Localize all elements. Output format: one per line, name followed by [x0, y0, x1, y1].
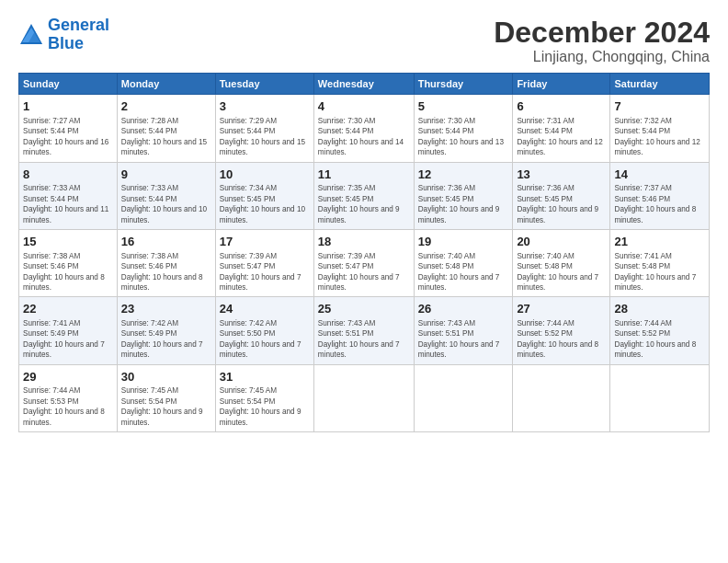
- day-info: Sunrise: 7:45 AMSunset: 5:54 PMDaylight:…: [220, 386, 301, 426]
- day-number: 31: [220, 369, 310, 385]
- header-wednesday: Wednesday: [313, 74, 414, 95]
- day-number: 10: [220, 167, 310, 183]
- header-friday: Friday: [513, 74, 610, 95]
- table-cell: 1Sunrise: 7:27 AMSunset: 5:44 PMDaylight…: [19, 95, 118, 162]
- day-info: Sunrise: 7:33 AMSunset: 5:44 PMDaylight:…: [121, 184, 207, 224]
- table-cell: 18Sunrise: 7:39 AMSunset: 5:47 PMDayligh…: [313, 230, 414, 297]
- table-cell: 27Sunrise: 7:44 AMSunset: 5:52 PMDayligh…: [513, 297, 610, 364]
- day-number: 26: [418, 301, 509, 317]
- week-row-1: 1Sunrise: 7:27 AMSunset: 5:44 PMDaylight…: [19, 95, 710, 162]
- calendar-subtitle: Linjiang, Chongqing, China: [494, 49, 710, 65]
- day-number: 11: [318, 167, 410, 183]
- day-number: 2: [121, 98, 211, 115]
- day-number: 14: [614, 167, 705, 183]
- header-saturday: Saturday: [610, 74, 710, 95]
- table-cell: 17Sunrise: 7:39 AMSunset: 5:47 PMDayligh…: [215, 230, 313, 297]
- weekday-header-row: Sunday Monday Tuesday Wednesday Thursday…: [19, 74, 710, 95]
- table-cell: 24Sunrise: 7:42 AMSunset: 5:50 PMDayligh…: [215, 297, 313, 364]
- day-number: 20: [517, 234, 606, 250]
- header: General Blue December 2024 Linjiang, Cho…: [18, 17, 710, 65]
- day-info: Sunrise: 7:28 AMSunset: 5:44 PMDaylight:…: [121, 117, 207, 156]
- day-number: 15: [23, 234, 113, 250]
- table-cell: 30Sunrise: 7:45 AMSunset: 5:54 PMDayligh…: [117, 364, 215, 431]
- day-info: Sunrise: 7:44 AMSunset: 5:53 PMDaylight:…: [23, 386, 105, 426]
- day-number: 22: [23, 301, 113, 317]
- header-monday: Monday: [117, 74, 215, 95]
- table-cell: 7Sunrise: 7:32 AMSunset: 5:44 PMDaylight…: [610, 95, 710, 162]
- day-info: Sunrise: 7:39 AMSunset: 5:47 PMDaylight:…: [220, 252, 301, 292]
- day-number: 25: [318, 301, 410, 317]
- table-cell: 28Sunrise: 7:44 AMSunset: 5:52 PMDayligh…: [610, 297, 710, 364]
- day-number: 9: [121, 167, 211, 183]
- table-cell: 14Sunrise: 7:37 AMSunset: 5:46 PMDayligh…: [610, 162, 710, 229]
- day-info: Sunrise: 7:44 AMSunset: 5:52 PMDaylight:…: [614, 319, 696, 359]
- day-number: 30: [121, 369, 211, 385]
- table-cell: 3Sunrise: 7:29 AMSunset: 5:44 PMDaylight…: [215, 95, 313, 162]
- week-row-4: 22Sunrise: 7:41 AMSunset: 5:49 PMDayligh…: [19, 297, 710, 364]
- day-number: 3: [220, 98, 310, 115]
- page: General Blue December 2024 Linjiang, Cho…: [0, 0, 728, 563]
- logo-line1: General: [48, 16, 109, 34]
- table-cell: [513, 364, 610, 431]
- day-info: Sunrise: 7:43 AMSunset: 5:51 PMDaylight:…: [318, 319, 400, 359]
- table-cell: 2Sunrise: 7:28 AMSunset: 5:44 PMDaylight…: [117, 95, 215, 162]
- table-cell: 13Sunrise: 7:36 AMSunset: 5:45 PMDayligh…: [513, 162, 610, 229]
- table-cell: 12Sunrise: 7:36 AMSunset: 5:45 PMDayligh…: [414, 162, 513, 229]
- table-cell: 4Sunrise: 7:30 AMSunset: 5:44 PMDaylight…: [313, 95, 414, 162]
- table-cell: 23Sunrise: 7:42 AMSunset: 5:49 PMDayligh…: [117, 297, 215, 364]
- day-info: Sunrise: 7:40 AMSunset: 5:48 PMDaylight:…: [418, 252, 500, 292]
- day-number: 7: [614, 98, 705, 115]
- day-number: 6: [517, 98, 606, 115]
- table-cell: [414, 364, 513, 431]
- table-cell: 19Sunrise: 7:40 AMSunset: 5:48 PMDayligh…: [414, 230, 513, 297]
- day-info: Sunrise: 7:30 AMSunset: 5:44 PMDaylight:…: [318, 117, 404, 156]
- day-info: Sunrise: 7:33 AMSunset: 5:44 PMDaylight:…: [23, 184, 108, 224]
- day-number: 16: [121, 234, 211, 250]
- header-thursday: Thursday: [414, 74, 513, 95]
- table-cell: 8Sunrise: 7:33 AMSunset: 5:44 PMDaylight…: [19, 162, 118, 229]
- day-info: Sunrise: 7:38 AMSunset: 5:46 PMDaylight:…: [23, 252, 105, 292]
- day-number: 23: [121, 301, 211, 317]
- day-info: Sunrise: 7:44 AMSunset: 5:52 PMDaylight:…: [517, 319, 598, 359]
- logo-line2: Blue: [48, 34, 84, 52]
- day-info: Sunrise: 7:39 AMSunset: 5:47 PMDaylight:…: [318, 252, 400, 292]
- day-info: Sunrise: 7:45 AMSunset: 5:54 PMDaylight:…: [121, 386, 203, 426]
- day-info: Sunrise: 7:40 AMSunset: 5:48 PMDaylight:…: [517, 252, 598, 292]
- calendar-title: December 2024: [494, 17, 710, 49]
- day-info: Sunrise: 7:38 AMSunset: 5:46 PMDaylight:…: [121, 252, 203, 292]
- day-number: 29: [23, 369, 113, 385]
- header-tuesday: Tuesday: [215, 74, 313, 95]
- table-cell: 29Sunrise: 7:44 AMSunset: 5:53 PMDayligh…: [19, 364, 118, 431]
- table-cell: 16Sunrise: 7:38 AMSunset: 5:46 PMDayligh…: [117, 230, 215, 297]
- table-cell: 5Sunrise: 7:30 AMSunset: 5:44 PMDaylight…: [414, 95, 513, 162]
- day-info: Sunrise: 7:43 AMSunset: 5:51 PMDaylight:…: [418, 319, 500, 359]
- day-info: Sunrise: 7:41 AMSunset: 5:49 PMDaylight:…: [23, 319, 105, 359]
- day-number: 19: [418, 234, 509, 250]
- title-block: December 2024 Linjiang, Chongqing, China: [494, 17, 710, 65]
- day-info: Sunrise: 7:27 AMSunset: 5:44 PMDaylight:…: [23, 117, 108, 156]
- day-info: Sunrise: 7:29 AMSunset: 5:44 PMDaylight:…: [220, 117, 305, 156]
- table-cell: [610, 364, 710, 431]
- logo-icon: [18, 22, 44, 48]
- day-number: 5: [418, 98, 509, 115]
- day-info: Sunrise: 7:32 AMSunset: 5:44 PMDaylight:…: [614, 117, 700, 156]
- table-cell: 26Sunrise: 7:43 AMSunset: 5:51 PMDayligh…: [414, 297, 513, 364]
- day-info: Sunrise: 7:41 AMSunset: 5:48 PMDaylight:…: [614, 252, 696, 292]
- week-row-5: 29Sunrise: 7:44 AMSunset: 5:53 PMDayligh…: [19, 364, 710, 431]
- logo: General Blue: [18, 17, 109, 53]
- table-cell: 10Sunrise: 7:34 AMSunset: 5:45 PMDayligh…: [215, 162, 313, 229]
- table-cell: 25Sunrise: 7:43 AMSunset: 5:51 PMDayligh…: [313, 297, 414, 364]
- day-number: 12: [418, 167, 509, 183]
- table-cell: 21Sunrise: 7:41 AMSunset: 5:48 PMDayligh…: [610, 230, 710, 297]
- calendar-table: Sunday Monday Tuesday Wednesday Thursday…: [18, 73, 710, 432]
- day-info: Sunrise: 7:42 AMSunset: 5:49 PMDaylight:…: [121, 319, 203, 359]
- table-cell: 31Sunrise: 7:45 AMSunset: 5:54 PMDayligh…: [215, 364, 313, 431]
- header-sunday: Sunday: [19, 74, 118, 95]
- day-number: 1: [23, 98, 113, 115]
- day-info: Sunrise: 7:36 AMSunset: 5:45 PMDaylight:…: [418, 184, 500, 224]
- day-number: 18: [318, 234, 410, 250]
- day-number: 13: [517, 167, 606, 183]
- day-number: 17: [220, 234, 310, 250]
- day-number: 21: [614, 234, 705, 250]
- day-info: Sunrise: 7:37 AMSunset: 5:46 PMDaylight:…: [614, 184, 696, 224]
